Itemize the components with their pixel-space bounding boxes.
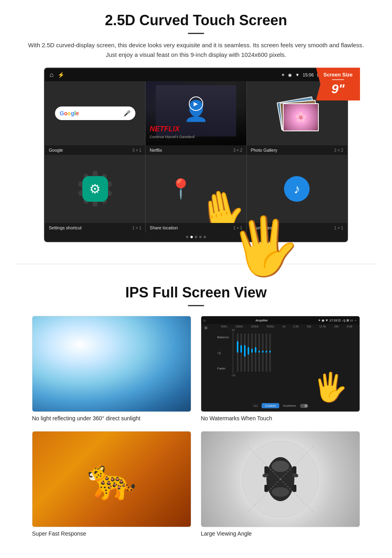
- settings-name: Settings shortcut: [49, 225, 82, 230]
- svg-rect-7: [292, 466, 296, 474]
- dot-1: [186, 236, 188, 238]
- eq-bar-4: [248, 333, 249, 372]
- cheetah-image: 🐆: [32, 431, 191, 527]
- status-left: ⌂ ⚡: [50, 71, 64, 78]
- svg-point-2: [272, 461, 289, 472]
- badge-title: Screen Size: [322, 72, 354, 78]
- svg-point-3: [272, 487, 289, 497]
- eq-bar-9: [266, 333, 267, 372]
- watermark-caption: No Watermarks When Touch: [201, 415, 360, 422]
- top-app-labels: Google 3 × 1 Netflix 3 × 2 Photo Gallery…: [45, 145, 347, 155]
- balance-label: Balance: [217, 335, 229, 339]
- netflix-app-cell[interactable]: 👤 ▶ NETFLIX Continue Marvel's Daredevil: [146, 81, 246, 145]
- screen-size-badge: Screen Size 9": [316, 68, 360, 100]
- share-location-cell[interactable]: 📍 🤚: [146, 155, 246, 223]
- netflix-play-button[interactable]: ▶: [189, 96, 203, 111]
- section-divider: [16, 264, 376, 264]
- sound-size: 1 × 1: [334, 226, 343, 230]
- svg-rect-9: [292, 485, 296, 492]
- settings-icon: ⚙: [82, 176, 108, 202]
- eq-bar-7: [258, 333, 260, 372]
- eq-bar-1: [237, 333, 238, 372]
- custom-button: Custom: [262, 403, 279, 408]
- pagination-dots: [45, 233, 347, 241]
- status-time: 15:06: [303, 72, 314, 77]
- eq-bars-group: [237, 329, 271, 377]
- settings-size: 1 × 1: [132, 226, 142, 230]
- svg-rect-6: [264, 466, 268, 474]
- dot-2: [190, 236, 193, 238]
- android-screen: ⌂ ⚡ ✶ ◉ ▼ 15:06 ⊡ ◁) ⊠ ▭: [44, 68, 348, 242]
- toggle-knob: [304, 404, 308, 407]
- touch-hand-icon: 🖐: [228, 215, 302, 277]
- music-icon-wrap: ♪: [284, 176, 310, 202]
- sunlight-image: [32, 316, 191, 412]
- eq-bar-8: [262, 333, 264, 372]
- dot-3: [195, 236, 197, 238]
- eq-visualization: 10 -10: [231, 329, 271, 377]
- bluetooth-icon: ✶: [281, 72, 285, 78]
- eq-bar-10: [269, 333, 271, 372]
- maps-icon: 📍: [169, 178, 193, 199]
- amplifier-image: ⌂ Amplifier ✶ ◉ ▼ 17:33 ⊡ ◁) ⊠ ▭ ← ⊞ 60h…: [201, 316, 360, 412]
- netflix-name: Netflix: [150, 148, 162, 153]
- amp-back-icon: ◁◁: [253, 404, 258, 407]
- music-note-icon: ♪: [294, 182, 300, 197]
- netflix-subtitle: Continue Marvel's Daredevil: [150, 135, 194, 139]
- device-mockup: Screen Size 9" ⌂ ⚡ ✶ ◉ ▼ 15:06 ⊡ ◁) ⊠: [44, 68, 348, 242]
- sunlight-caption: No light reflecting under 360° direct su…: [32, 415, 191, 422]
- amp-screen: ⌂ Amplifier ✶ ◉ ▼ 17:33 ⊡ ◁) ⊠ ▭ ← ⊞ 60h…: [201, 316, 360, 411]
- bottom-app-row: ⚙ ⚙ 📍 🤚 ♪: [45, 155, 347, 223]
- home-icon: ⌂: [50, 71, 54, 78]
- settings-app-cell[interactable]: ⚙ ⚙: [45, 155, 145, 223]
- google-logo: Google: [60, 110, 79, 116]
- feature-watermark: ⌂ Amplifier ✶ ◉ ▼ 17:33 ⊡ ◁) ⊠ ▭ ← ⊞ 60h…: [201, 316, 360, 422]
- amp-status-icons: ✶ ◉ ▼ 17:33 ⊡ ◁) ⊠ ▭ ←: [318, 319, 357, 322]
- ips-section: IPS Full Screen View No light reflecting…: [0, 276, 392, 549]
- status-bar: ⌂ ⚡ ✶ ◉ ▼ 15:06 ⊡ ◁) ⊠ ▭: [45, 68, 347, 81]
- eq-bar-3: [244, 333, 246, 372]
- amp-settings-icon: ⊞: [204, 326, 208, 330]
- car-svg: [240, 439, 320, 519]
- loudness-toggle[interactable]: [300, 404, 308, 408]
- feature-grid: No light reflecting under 360° direct su…: [24, 316, 368, 537]
- eq-scale: 10 -10: [231, 329, 235, 377]
- google-mic-icon: 🎤: [124, 110, 130, 116]
- response-caption: Super Fast Response: [32, 530, 191, 537]
- eq-bar-2: [240, 333, 242, 372]
- section2-title: IPS Full Screen View: [24, 284, 368, 301]
- side-labels: Balance ◁) Fader: [217, 335, 229, 370]
- amp-status-bar: ⌂ Amplifier ✶ ◉ ▼ 17:33 ⊡ ◁) ⊠ ▭ ←: [201, 316, 360, 324]
- netflix-logo: NETFLIX: [150, 125, 180, 133]
- section1-title: 2.5D Curved Touch Screen: [24, 12, 368, 29]
- maps-icon-wrap: 📍: [169, 178, 193, 200]
- gallery-name: Photo Gallery: [251, 148, 278, 153]
- netflix-label: Netflix 3 × 2: [146, 145, 246, 155]
- volume-label: ◁): [217, 351, 229, 355]
- gear-symbol: ⚙: [89, 181, 101, 197]
- title-underline: [188, 33, 204, 34]
- section1-description: With 2.5D curved-display screen, this de…: [24, 40, 368, 60]
- cheetah-visual: 🐆: [32, 432, 191, 527]
- svg-rect-8: [264, 485, 268, 492]
- feature-response: 🐆 Super Fast Response: [32, 431, 191, 537]
- share-name: Share location: [150, 225, 178, 230]
- loudness-text: loudness: [283, 404, 296, 407]
- feature-sunlight: No light reflecting under 360° direct su…: [32, 316, 191, 422]
- gallery-label: Photo Gallery 2 × 2: [247, 145, 347, 155]
- viewing-caption: Large Viewing Angle: [201, 530, 360, 537]
- amp-title-text: Amplifier: [256, 319, 268, 322]
- dot-5: [204, 236, 206, 238]
- gallery-photo-3: 🌸: [283, 103, 319, 131]
- touch-screen-section: 2.5D Curved Touch Screen With 2.5D curve…: [0, 0, 392, 252]
- balance-fader-labels: Balance ◁) Fader 10 -10: [217, 329, 356, 377]
- amp-footer: ◁◁ Custom loudness: [201, 403, 360, 408]
- dot-4: [199, 236, 202, 238]
- amp-controls: 60hz100hz200hz500hz1k2.5k10k12.5k15kSUB …: [217, 325, 356, 377]
- google-search-bar[interactable]: Google 🎤: [55, 106, 135, 120]
- google-app-cell[interactable]: Google 🎤: [45, 81, 145, 145]
- feature-viewing: Large Viewing Angle: [201, 431, 360, 537]
- google-name: Google: [49, 148, 63, 153]
- google-size: 3 × 1: [132, 148, 142, 153]
- usb-icon: ⚡: [58, 72, 64, 78]
